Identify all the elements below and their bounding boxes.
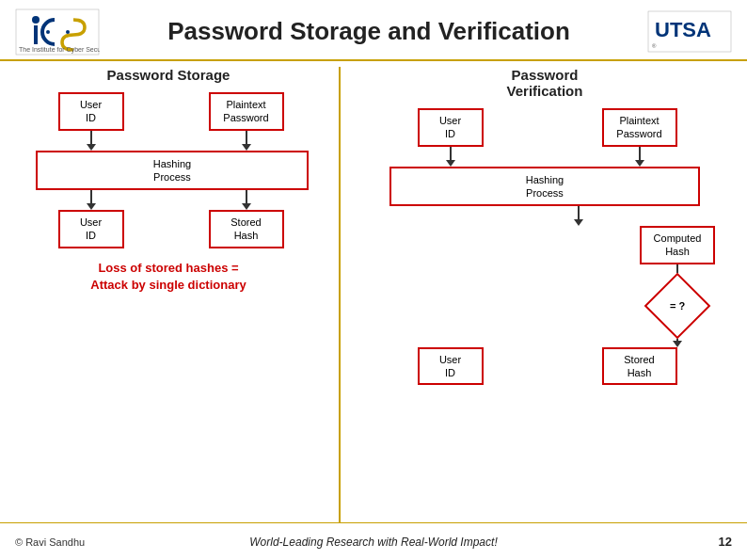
left-arrow4-icon (242, 190, 251, 210)
right-section: PasswordVerification UserID PlaintextPas… (346, 67, 734, 522)
right-arrow3-icon (574, 206, 583, 226)
left-arrows2 (13, 190, 324, 210)
right-col1-bottom: UserID (356, 347, 545, 386)
svg-text:®: ® (652, 43, 657, 49)
left-userid-bottom-box: UserID (58, 210, 124, 248)
right-row1: UserID PlaintextPassword (356, 108, 734, 147)
right-computed-hash-box: ComputedHash (640, 226, 715, 264)
utsa-logo-icon: UTSA ® (647, 10, 732, 53)
right-diamond-row: = ? (356, 284, 734, 328)
left-row3: UserID StoredHash (13, 210, 324, 248)
right-arrow1-icon (446, 147, 455, 167)
right-userid-bottom-box: UserID (418, 347, 484, 386)
loss-text: Loss of stored hashes =Attack by single … (13, 260, 324, 294)
svg-text:The Institute for Cyber Securi: The Institute for Cyber Security (19, 46, 100, 54)
right-section-title: PasswordVerification (356, 67, 734, 99)
left-col2-bottom: StoredHash (168, 210, 324, 248)
left-section: Password Storage UserID PlaintextPasswor… (13, 67, 333, 522)
left-col1-top: UserID (13, 92, 168, 131)
svg-point-1 (32, 16, 40, 24)
left-userid-box: UserID (58, 92, 124, 131)
right-arrow2-icon (635, 147, 644, 167)
section-divider (339, 67, 341, 522)
right-stored-hash-box: StoredHash (602, 347, 677, 386)
left-plaintext-box: PlaintextPassword (209, 92, 284, 131)
left-section-title: Password Storage (13, 67, 324, 83)
header: The Institute for Cyber Security Passwor… (0, 0, 747, 61)
left-arrow2-icon (242, 131, 251, 151)
left-hashing-row: HashingProcess (17, 151, 327, 191)
left-col2-top: PlaintextPassword (168, 92, 324, 131)
right-row4: UserID StoredHash (356, 347, 734, 386)
svg-point-5 (66, 30, 70, 34)
left-stored-hash-box: StoredHash (209, 210, 284, 248)
right-col2-top: PlaintextPassword (545, 108, 734, 147)
left-hashing-box: HashingProcess (36, 151, 309, 191)
footer-tagline: World-Leading Research with Real-World I… (195, 536, 553, 549)
left-col1-bottom: UserID (13, 210, 168, 248)
right-hashing-box: HashingProcess (389, 167, 700, 207)
page-title: Password Storage and Verification (100, 17, 647, 46)
left-arrows1 (13, 131, 324, 151)
diamond-label: = ? (670, 300, 685, 312)
right-userid-box: UserID (418, 108, 484, 147)
svg-text:UTSA: UTSA (655, 18, 711, 41)
right-computed-hash-row: ComputedHash (356, 226, 734, 264)
footer-copyright: © Ravi Sandhu (15, 536, 195, 548)
right-plaintext-box: PlaintextPassword (602, 108, 677, 147)
right-col2-bottom: StoredHash (545, 347, 734, 386)
main-content: Password Storage UserID PlaintextPasswor… (0, 61, 747, 522)
right-hashing-row: HashingProcess (356, 167, 734, 207)
ics-logo-icon: The Institute for Cyber Security (15, 8, 100, 56)
footer: © Ravi Sandhu World-Leading Research wit… (0, 522, 747, 560)
footer-page-number: 12 (553, 535, 733, 549)
right-arrow3-container (356, 206, 734, 226)
svg-point-4 (46, 30, 50, 34)
left-arrow1-icon (87, 131, 96, 151)
left-row1: UserID PlaintextPassword (13, 92, 324, 131)
right-col1-top: UserID (356, 108, 545, 147)
left-arrow3-icon (87, 190, 96, 210)
right-arrows1 (356, 147, 734, 167)
